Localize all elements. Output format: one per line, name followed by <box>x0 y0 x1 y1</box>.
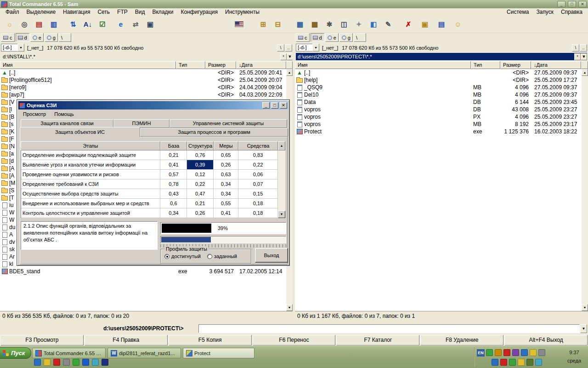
verify-icon[interactable]: ☑ <box>96 18 108 30</box>
monitor-icon[interactable]: ▣ <box>144 18 156 30</box>
column-header-name[interactable]: Имя <box>295 61 471 69</box>
left-path-bar[interactable]: d:\INSTALL\*.* * ▼ <box>1 53 293 60</box>
taskbar-task-3[interactable]: Protect <box>183 348 254 358</box>
fkey-button-6[interactable]: F8 Удаление <box>420 335 503 345</box>
drive-button-c[interactable]: c <box>296 33 310 42</box>
menu-item-3[interactable]: Навигация <box>59 8 94 16</box>
taskbar-task-2[interactable]: dipl2811_referat_razd1... <box>107 348 181 358</box>
tray-icon[interactable] <box>503 349 510 356</box>
tab-row2-1[interactable]: Защита объектов ИС <box>20 127 140 137</box>
tree-icon[interactable]: ▦ <box>294 18 306 30</box>
drive-button-d[interactable]: d <box>311 33 324 42</box>
goto-parent-button[interactable]: .. <box>580 44 587 52</box>
value-cell[interactable]: 0,39 <box>187 160 214 169</box>
drive-button-root[interactable]: \ <box>354 33 366 42</box>
radio-icon[interactable] <box>164 254 170 259</box>
shortcut-icon[interactable]: ✦ <box>353 18 365 30</box>
fkey-button-5[interactable]: F7 Каталог <box>336 335 419 345</box>
left-drive-combo[interactable]: [-d-] ▼ <box>1 44 24 52</box>
menu-item-7[interactable]: Вкладки <box>148 8 177 16</box>
copy-folders-icon[interactable]: ⊞ <box>257 18 269 30</box>
close-button[interactable]: ✕ <box>578 1 587 7</box>
minimize-button[interactable]: _ <box>557 1 565 7</box>
tray-icon[interactable] <box>535 359 542 366</box>
table-row[interactable]: Выявление угроз и каналов утечки информа… <box>21 160 278 170</box>
drive-button-c[interactable]: c <box>1 33 15 42</box>
menu-item-2[interactable]: Выделение <box>23 8 60 16</box>
menu-item-right-1[interactable]: Система <box>503 8 532 16</box>
tray-icon[interactable] <box>518 359 525 366</box>
file-row[interactable]: Del10MB4 09627.05.2009 09:37 <box>295 91 588 98</box>
quicklaunch-icon[interactable] <box>34 359 41 366</box>
command-history-icon[interactable]: ▼ <box>580 324 587 333</box>
pack-icon[interactable]: ▩ <box>309 18 321 30</box>
dialog-menu-item-2[interactable]: Помощь <box>50 110 78 118</box>
panel-splitter[interactable] <box>293 33 295 321</box>
column-header-size[interactable]: Размер <box>205 61 236 69</box>
tray-icon[interactable] <box>500 359 507 366</box>
dialog-minimize-button[interactable]: _ <box>262 102 270 109</box>
fkey-button-7[interactable]: Alt+F4 Выход <box>504 335 588 345</box>
drive-button-g[interactable]: g <box>45 33 58 42</box>
quicklaunch-icon[interactable] <box>44 359 51 366</box>
history-dropdown-icon[interactable]: ▼ <box>581 53 587 60</box>
quicklaunch-icon[interactable] <box>92 359 99 366</box>
file-row[interactable]: Protectexe1 125 37616.02.2003 18:22 <box>295 128 588 135</box>
tray-icon[interactable] <box>521 349 528 356</box>
folder-tool-icon[interactable]: ▣ <box>419 18 431 30</box>
dialog-titlebar[interactable]: Оценка СЗИ _ □ ✕ <box>18 101 288 109</box>
table-header-5[interactable]: Средства <box>238 141 278 150</box>
scroll-down-icon[interactable]: ▼ <box>286 304 293 311</box>
help-bulb-icon[interactable]: ☼ <box>4 18 16 30</box>
menu-item-8[interactable]: Конфигурация <box>177 8 222 16</box>
scroll-up-icon[interactable]: ▲ <box>286 69 293 76</box>
chart-icon[interactable]: ◧ <box>368 18 379 30</box>
column-header-date[interactable]: ↓Дата <box>236 61 286 69</box>
fkey-button-2[interactable]: F4 Правка <box>85 335 168 345</box>
scroll-down-icon[interactable]: ▼ <box>278 211 285 218</box>
menu-item-6[interactable]: Вид <box>131 8 149 16</box>
tray-icon[interactable] <box>530 349 537 356</box>
radio-achieved[interactable]: достигнутый <box>164 253 201 259</box>
menu-item-5[interactable]: FTP <box>113 8 131 16</box>
window-titlebar[interactable]: Total Commander 6.55 - Sam _ □ ✕ <box>0 0 588 8</box>
chevron-down-icon[interactable]: ▼ <box>17 44 24 52</box>
us-flag-icon[interactable] <box>235 21 243 27</box>
file-row[interactable]: [avp7]<DIR>04.03.2009 22:09 <box>0 91 293 98</box>
file-row[interactable]: voprosDB43 00825.05.2009 23:27 <box>295 106 588 113</box>
dialog-close-button[interactable]: ✕ <box>280 102 287 109</box>
menu-item-right-2[interactable]: Запуск <box>532 8 557 16</box>
fkey-button-3[interactable]: F5 Копия <box>169 335 252 345</box>
tray-icon[interactable] <box>512 349 519 356</box>
right-path-bar[interactable]: d:\users\25052009\PROTECT\*.* * ▼ <box>296 53 587 60</box>
tray-icon[interactable] <box>526 359 533 366</box>
file-row[interactable]: ▲[..]<DIR>27.05.2009 09:37 <box>295 69 588 76</box>
table-row[interactable]: Определение требований к СЗИ0,780,220,34… <box>21 179 278 189</box>
sync-folders-icon[interactable]: ⊟ <box>272 18 284 30</box>
fkey-button-4[interactable]: F6 Перенос <box>253 335 336 345</box>
table-row[interactable]: Проведение оценки уязвимости и рисков0,5… <box>21 170 278 179</box>
tab-row1-3[interactable]: Управление системой защиты <box>170 119 287 128</box>
right-drive-combo[interactable]: [-d-] ▼ <box>296 44 319 52</box>
file-row[interactable]: BDE5_standexe3 694 51717.02.2005 12:14 <box>0 268 293 275</box>
drive-button-root[interactable]: \ <box>59 33 71 42</box>
drive-button-e[interactable]: e <box>30 33 44 42</box>
quicklaunch-icon[interactable] <box>63 359 70 366</box>
column-header-size[interactable]: Размер <box>500 61 531 69</box>
menu-item-right-3[interactable]: Справка <box>557 8 586 16</box>
column-header-type[interactable]: Тип <box>176 61 205 69</box>
drive-button-d[interactable]: d <box>16 33 29 42</box>
edit-icon[interactable]: ✎ <box>382 18 394 30</box>
table-header-4[interactable]: Меры <box>214 141 238 150</box>
radio-target[interactable]: заданный <box>207 253 237 259</box>
scroll-up-icon[interactable]: ▲ <box>582 69 588 76</box>
disk-stack-icon[interactable]: ▤ <box>33 18 45 30</box>
table-header-3[interactable]: Структура <box>187 141 214 150</box>
settings-icon[interactable]: ✱ <box>323 18 335 30</box>
chevron-down-icon[interactable]: ▼ <box>312 44 319 52</box>
goto-parent-button[interactable]: .. <box>285 44 292 52</box>
tray-icon[interactable] <box>538 349 545 356</box>
table-row[interactable]: Определение информации подлежащей защите… <box>21 150 278 160</box>
sort-az-icon[interactable]: A↓ <box>82 18 94 30</box>
goto-root-button[interactable]: \ <box>572 44 579 52</box>
